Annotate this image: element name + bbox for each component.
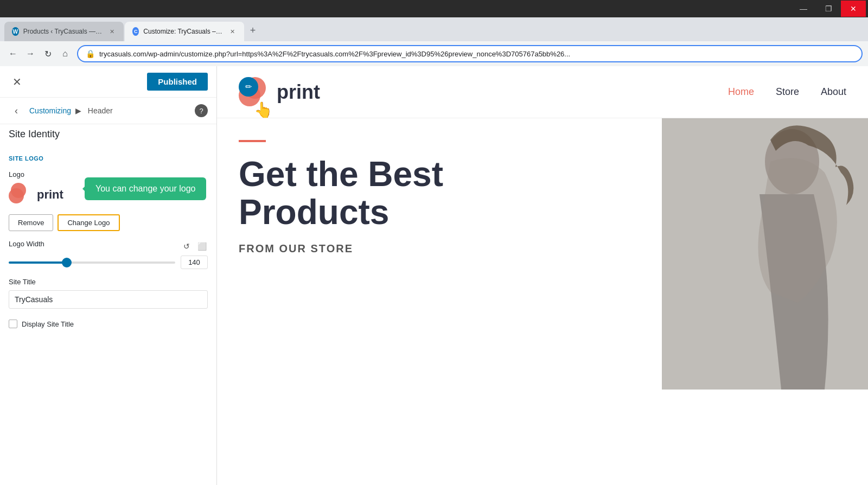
back-button[interactable]: ‹ xyxy=(9,103,24,118)
site-title-input[interactable] xyxy=(9,290,208,309)
tab-favicon: W xyxy=(12,27,19,36)
refresh-button[interactable]: ↻ xyxy=(40,46,55,61)
logo-width-field: Logo Width ↺ ⬜ xyxy=(0,235,216,273)
panel-nav: ‹ Customizing ▶ Header ? xyxy=(0,98,216,124)
edit-logo-overlay[interactable] xyxy=(239,77,258,97)
nav-buttons: ← → ↻ ⌂ xyxy=(5,46,73,61)
address-bar-row: ← → ↻ ⌂ 🔒 trycasuals.com/wp-admin/custom… xyxy=(0,41,868,66)
slider-fill xyxy=(9,261,67,264)
display-title-label: Display Site Title xyxy=(22,320,74,328)
logo-width-slider-row xyxy=(9,256,208,269)
lock-icon: 🔒 xyxy=(86,49,95,58)
logo-width-controls: ↺ ⬜ xyxy=(181,240,208,252)
hero-image xyxy=(662,118,868,390)
site-logo[interactable]: print 👆 xyxy=(239,77,320,107)
forward-button[interactable]: → xyxy=(23,46,38,61)
logo-width-header: Logo Width ↺ ⬜ xyxy=(9,240,208,252)
tab-favicon: C xyxy=(132,27,139,36)
close-panel-button[interactable]: ✕ xyxy=(9,74,25,90)
back-button[interactable]: ← xyxy=(5,46,21,61)
logo-width-input[interactable] xyxy=(181,256,208,269)
section-title: Site Identity xyxy=(0,124,216,149)
change-logo-button[interactable]: Change Logo xyxy=(58,214,119,231)
preview-area: print 👆 Home Store About Get the Best Pr… xyxy=(217,66,868,485)
display-title-checkbox[interactable] xyxy=(9,320,17,328)
breadcrumb-root[interactable]: Customizing xyxy=(29,106,71,115)
site-title-label: Site Title xyxy=(9,278,208,286)
hero-title: Get the Best Products xyxy=(239,155,564,232)
circle-bottom xyxy=(9,188,24,203)
nav-link-home[interactable]: Home xyxy=(728,86,754,98)
new-tab-button[interactable]: + xyxy=(245,23,260,38)
breadcrumb-current: Header xyxy=(88,106,113,115)
hero-title-line1: Get the Best xyxy=(239,155,443,194)
tab-label: Customize: TryCasuals – Just ano... xyxy=(143,28,224,35)
logo-tooltip: You can change your logo xyxy=(85,177,206,200)
site-logo-section-label: SITE LOGO xyxy=(0,149,216,166)
hero-divider xyxy=(239,140,266,142)
logo-circles-small xyxy=(9,183,33,207)
breadcrumb-separator: ▶ xyxy=(75,106,81,115)
site-header: print 👆 Home Store About xyxy=(217,66,868,118)
published-button[interactable]: Published xyxy=(147,73,208,91)
tab-close-button[interactable]: ✕ xyxy=(228,27,237,36)
nav-link-about[interactable]: About xyxy=(821,86,846,98)
hero-title-line2: Products xyxy=(239,193,389,232)
browser-titlebar: — ❐ ✕ xyxy=(0,0,868,17)
home-button[interactable]: ⌂ xyxy=(58,46,73,61)
hero-section: Get the Best Products FROM OUR STORE xyxy=(217,118,868,390)
remove-logo-button[interactable]: Remove xyxy=(9,214,53,231)
tab-customize[interactable]: C Customize: TryCasuals – Just ano... ✕ xyxy=(125,22,244,41)
minimize-button[interactable]: — xyxy=(791,1,816,17)
site-navigation: Home Store About xyxy=(728,86,846,98)
slider-track[interactable] xyxy=(9,261,175,264)
logo-preview-wrapper: print You can change your logo xyxy=(9,183,63,212)
tab-products[interactable]: W Products ‹ TryCasuals — WordPr... ✕ xyxy=(4,22,124,41)
customizer-panel: ✕ Published ‹ Customizing ▶ Header ? Sit… xyxy=(0,66,217,485)
logo-buttons: Remove Change Logo xyxy=(9,214,208,231)
tabs-bar: W Products ‹ TryCasuals — WordPr... ✕ C … xyxy=(0,17,868,41)
logo-field: Logo print You can change your logo xyxy=(0,166,216,235)
monitor-view-button[interactable]: ⬜ xyxy=(196,240,208,252)
help-button[interactable]: ? xyxy=(195,104,208,117)
display-title-row: Display Site Title xyxy=(0,313,216,335)
logo-text-small: print xyxy=(37,188,63,202)
breadcrumb: Customizing ▶ Header xyxy=(29,106,115,115)
restore-button[interactable]: ❐ xyxy=(816,1,841,17)
main-content: ✕ Published ‹ Customizing ▶ Header ? Sit… xyxy=(0,66,868,485)
slider-thumb[interactable] xyxy=(62,258,72,267)
address-bar[interactable]: 🔒 trycasuals.com/wp-admin/customize.php?… xyxy=(77,45,863,62)
nav-link-store[interactable]: Store xyxy=(776,86,799,98)
tab-label: Products ‹ TryCasuals — WordPr... xyxy=(23,28,103,35)
hero-svg xyxy=(662,118,868,390)
address-text: trycasuals.com/wp-admin/customize.php?ur… xyxy=(99,50,570,58)
panel-header: ✕ Published xyxy=(0,66,216,98)
site-title-field: Site Title xyxy=(0,273,216,313)
site-title-preview: print xyxy=(277,81,320,104)
reset-width-button[interactable]: ↺ xyxy=(181,240,193,252)
logo-width-label: Logo Width xyxy=(9,240,44,248)
browser-window: — ❐ ✕ W Products ‹ TryCasuals — WordPr..… xyxy=(0,0,868,485)
tab-close-button[interactable]: ✕ xyxy=(107,27,116,36)
logo-preview: print xyxy=(9,183,63,207)
close-window-button[interactable]: ✕ xyxy=(841,1,866,17)
